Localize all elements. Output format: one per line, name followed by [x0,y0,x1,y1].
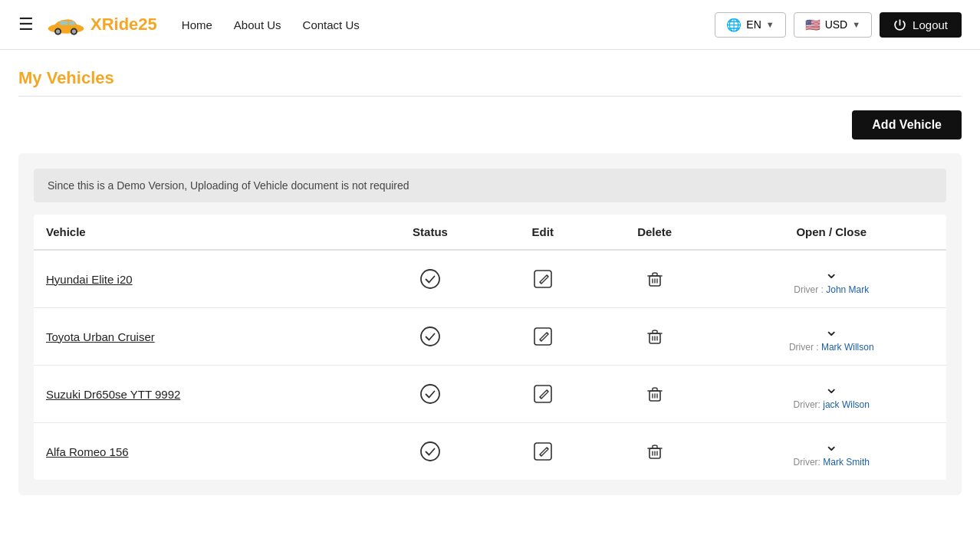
demo-notice: Since this is a Demo Version, Uploading … [34,169,946,202]
driver-label: Driver: jack Wilson [794,399,870,410]
delete-cell [593,366,717,423]
edit-cell [493,366,593,423]
logo-text: XRide25 [90,15,157,34]
delete-button[interactable] [643,440,666,463]
nav-home[interactable]: Home [182,18,212,31]
delete-cell [593,250,717,308]
currency-chevron-icon: ▼ [852,20,860,29]
logo: XRide25 [46,12,157,37]
page-title: My Vehicles [18,68,962,88]
vehicle-name-link[interactable]: Alfa Romeo 156 [46,445,129,458]
col-header-vehicle: Vehicle [34,215,367,250]
open-close-button[interactable]: ⌄ [823,320,840,340]
main-nav: Home About Us Contact Us [182,18,715,31]
delete-button[interactable] [643,267,666,290]
svg-point-4 [72,30,76,34]
status-button[interactable] [418,382,442,406]
svg-point-7 [421,270,439,288]
delete-button[interactable] [643,325,666,348]
delete-button[interactable] [643,382,666,405]
col-header-delete: Delete [593,215,717,250]
checkmark-circle-icon [419,383,441,405]
driver-label: Driver : John Mark [794,284,869,295]
currency-flag-icon: 🇺🇸 [805,18,821,32]
vehicle-name-link[interactable]: Toyota Urban Cruiser [46,330,155,343]
status-button[interactable] [418,324,442,349]
open-close-button[interactable]: ⌄ [823,263,840,283]
chevron-down-icon: ⌄ [824,437,838,454]
trash-icon [645,441,665,461]
svg-rect-5 [60,21,67,25]
status-button[interactable] [418,439,442,464]
trash-icon [645,384,665,404]
chevron-down-icon: ⌄ [824,322,838,339]
hamburger-menu[interactable]: ☰ [18,15,34,34]
edit-cell [493,423,593,481]
col-header-open-close: Open / Close [717,215,947,250]
logout-button[interactable]: Logout [880,12,962,38]
logo-car-icon [46,12,86,37]
chevron-down-icon: ⌄ [824,264,838,281]
svg-point-13 [421,385,439,403]
table-row: Toyota Urban Cruiser [34,308,946,366]
delete-cell [593,423,717,481]
vehicle-name-cell: Suzuki Dr650se YTT 9992 [34,366,367,423]
page-content: My Vehicles Add Vehicle Since this is a … [0,50,980,495]
currency-selector[interactable]: 🇺🇸 USD ▼ [794,12,872,38]
delete-cell [593,308,717,366]
vehicle-name-cell: Toyota Urban Cruiser [34,308,367,366]
checkmark-circle-icon [419,326,441,347]
language-selector[interactable]: 🌐 EN ▼ [715,12,785,38]
status-cell [367,250,492,308]
language-flag-icon: 🌐 [726,18,742,32]
driver-label: Driver: Mark Smith [794,457,870,468]
vehicle-name-cell: Hyundai Elite i20 [34,250,367,308]
vehicle-table: Vehicle Status Edit Delete Open / Close … [34,215,946,480]
col-header-status: Status [367,215,492,250]
edit-icon [533,441,553,461]
edit-button[interactable] [531,267,554,290]
checkmark-circle-icon [419,441,441,462]
header-right: 🌐 EN ▼ 🇺🇸 USD ▼ Logout [715,12,962,38]
vehicle-name-link[interactable]: Suzuki Dr650se YTT 9992 [46,388,180,401]
edit-button[interactable] [531,325,554,348]
edit-cell [493,250,593,308]
status-cell [367,423,492,481]
table-row: Alfa Romeo 156 [34,423,946,481]
toolbar: Add Vehicle [18,97,962,153]
table-header-row: Vehicle Status Edit Delete Open / Close [34,215,946,250]
nav-about[interactable]: About Us [234,18,281,31]
nav-contact[interactable]: Contact Us [303,18,360,31]
edit-icon [533,384,553,404]
trash-icon [645,269,665,289]
open-close-cell: ⌄ Driver: jack Wilson [717,366,947,423]
edit-button[interactable] [531,440,554,463]
col-header-edit: Edit [493,215,593,250]
language-label: EN [746,18,761,31]
svg-point-16 [421,442,439,461]
table-wrapper: Since this is a Demo Version, Uploading … [18,153,962,495]
status-cell [367,308,492,366]
trash-icon [645,327,665,346]
open-close-cell: ⌄ Driver : John Mark [717,250,947,308]
chevron-down-icon: ⌄ [824,379,838,396]
language-chevron-icon: ▼ [766,20,774,29]
status-button[interactable] [418,267,442,291]
logout-label: Logout [913,18,948,31]
open-close-cell: ⌄ Driver: Mark Smith [717,423,947,481]
vehicle-name-cell: Alfa Romeo 156 [34,423,367,481]
edit-button[interactable] [531,382,554,405]
driver-label: Driver : Mark Willson [789,342,874,353]
main-header: ☰ XRide25 Home About Us Contact Us 🌐 EN … [0,0,980,50]
status-cell [367,366,492,423]
add-vehicle-button[interactable]: Add Vehicle [852,110,962,139]
checkmark-circle-icon [419,268,441,290]
table-row: Hyundai Elite i20 [34,250,946,308]
open-close-button[interactable]: ⌄ [823,378,840,398]
edit-icon [533,269,553,289]
vehicle-name-link[interactable]: Hyundai Elite i20 [46,273,133,286]
open-close-button[interactable]: ⌄ [823,435,840,455]
open-close-cell: ⌄ Driver : Mark Willson [717,308,947,366]
svg-rect-6 [69,21,75,25]
svg-point-10 [421,327,439,346]
